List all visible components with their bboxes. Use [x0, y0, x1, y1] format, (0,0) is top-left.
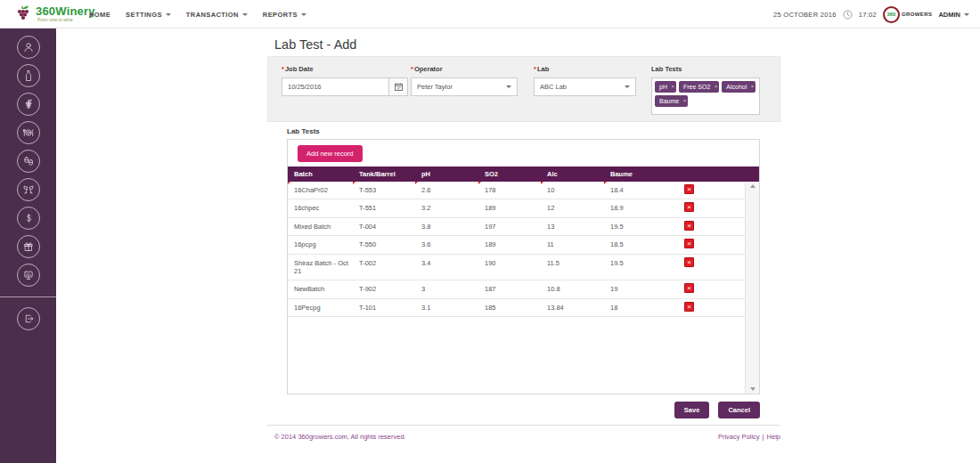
grid-cell-ph[interactable]: 3.8	[415, 218, 478, 235]
delete-row-button[interactable]: ×	[684, 302, 694, 312]
grid-cell-ph[interactable]: 3.4	[415, 255, 478, 280]
column-header-tank-barrel[interactable]: Tank/Barrel	[353, 170, 415, 178]
sidebar-item-barrels[interactable]	[17, 150, 40, 173]
delete-row-button[interactable]: ×	[684, 257, 694, 267]
delete-row-button[interactable]: ×	[684, 239, 694, 248]
brand-logo[interactable]: 360Winery From vine to wine	[12, 4, 95, 23]
sidebar-item-logout[interactable]	[17, 307, 40, 330]
grid-cell-so2[interactable]: 189	[478, 236, 541, 253]
field-job-date: *Job Date	[282, 65, 408, 96]
grid-cell-baume[interactable]: 19.5	[604, 218, 662, 235]
sidebar-item-wine-bottle[interactable]	[17, 64, 40, 87]
grid-cell-batch[interactable]: Shiraz Batch - Oct 21	[288, 255, 353, 280]
grid-cell-so2[interactable]: 187	[478, 280, 541, 297]
sidebar-item-wine-glasses[interactable]	[17, 178, 40, 201]
remove-tag-icon[interactable]: ×	[683, 98, 687, 103]
current-date: 25 OCTOBER 2016	[773, 11, 837, 19]
grid-cell-alc[interactable]: 13.84	[541, 299, 604, 316]
delete-row-button[interactable]: ×	[684, 283, 694, 293]
grid-cell-alc[interactable]: 10.8	[541, 280, 604, 297]
grid-cell-tank[interactable]: T-550	[353, 236, 415, 253]
sidebar-item-gift[interactable]	[17, 235, 40, 258]
grid-cell-baume[interactable]: 19.5	[604, 255, 662, 280]
grid-cell-alc[interactable]: 11.5	[541, 255, 604, 280]
grid-cell-batch[interactable]: 16Pecpg	[288, 299, 353, 316]
field-operator: *Operator Peter Taylor	[411, 65, 518, 96]
delete-row-button[interactable]: ×	[684, 202, 694, 212]
nav-item-transaction[interactable]: TRANSACTION	[186, 11, 248, 19]
nav-item-settings[interactable]: SETTINGS	[126, 11, 171, 19]
grid-cell-so2[interactable]: 178	[478, 182, 541, 199]
remove-tag-icon[interactable]: ×	[751, 84, 755, 89]
nav-item-home[interactable]: HOME	[89, 11, 110, 19]
remove-tag-icon[interactable]: ×	[671, 84, 674, 89]
grid-cell-baume[interactable]: 18.9	[604, 199, 662, 216]
privacy-policy-link[interactable]: Privacy Policy	[718, 433, 760, 441]
calendar-button[interactable]	[388, 77, 408, 96]
top-header: 360Winery From vine to wine HOME SETTING…	[0, 0, 980, 28]
grid-cell-batch[interactable]: NewBatch	[288, 280, 353, 297]
grid-cell-so2[interactable]: 185	[478, 299, 541, 316]
grid-cell-tank[interactable]: T-004	[353, 218, 415, 235]
grid-cell-ph[interactable]: 3.6	[415, 236, 478, 253]
sidebar-item-dining[interactable]	[17, 121, 40, 144]
tag-free-so2[interactable]: Free SO2 ×	[679, 81, 719, 93]
wine-glasses-icon	[20, 182, 37, 198]
column-header-batch[interactable]: Batch	[288, 170, 353, 178]
grid-cell-alc[interactable]: 13	[541, 218, 604, 235]
column-header-alc[interactable]: Alc	[541, 170, 604, 178]
operator-select[interactable]: Peter Taylor	[411, 77, 518, 96]
grid-cell-ph[interactable]: 3.1	[415, 299, 478, 316]
sidebar-item-user[interactable]	[17, 36, 40, 59]
grid-cell-tank[interactable]: T-002	[353, 255, 415, 280]
delete-row-button[interactable]: ×	[684, 184, 694, 194]
delete-row-button[interactable]: ×	[684, 221, 694, 231]
grid-cell-batch[interactable]: Mixed Batch	[288, 218, 353, 235]
help-link[interactable]: Help	[767, 433, 780, 441]
grid-cell-alc[interactable]: 12	[541, 199, 604, 216]
grid-cell-baume[interactable]: 18.4	[604, 182, 662, 199]
grid-cell-baume[interactable]: 19	[604, 280, 662, 297]
tag-label: Alcohol	[726, 84, 747, 90]
grid-cell-tank[interactable]: T-902	[353, 280, 415, 297]
grid-cell-baume[interactable]: 18.5	[604, 236, 662, 253]
sidebar-item-grapes[interactable]	[17, 93, 40, 116]
tag-baume[interactable]: Baume ×	[655, 95, 688, 107]
nav-item-reports[interactable]: REPORTS	[263, 11, 306, 19]
column-header-ph[interactable]: pH	[415, 170, 478, 178]
tag-alcohol[interactable]: Alcohol ×	[722, 81, 755, 93]
grid-cell-batch[interactable]: 16chpec	[288, 199, 353, 216]
grid-cell-alc[interactable]: 11	[541, 236, 604, 253]
grid-cell-baume[interactable]: 18	[604, 299, 662, 316]
scroll-down-icon[interactable]	[750, 387, 755, 391]
lab-tests-multiselect[interactable]: pH × Free SO2 × Alcohol × Baume ×	[651, 77, 760, 115]
grid-cell-so2[interactable]: 189	[478, 199, 541, 216]
grid-cell-alc[interactable]: 10	[541, 182, 604, 199]
grid-cell-tank[interactable]: T-101	[353, 299, 415, 316]
lab-value: ABC Lab	[540, 83, 567, 91]
sidebar-item-reports[interactable]	[17, 264, 40, 287]
vertical-scrollbar[interactable]	[745, 182, 759, 394]
user-menu[interactable]: ADMIN	[938, 11, 969, 19]
save-button[interactable]: Save	[674, 402, 710, 418]
grid-cell-ph[interactable]: 2.6	[415, 182, 478, 199]
grid-cell-tank[interactable]: T-551	[353, 199, 415, 216]
grid-cell-batch[interactable]: 16pcpg	[288, 236, 353, 253]
grid-cell-ph[interactable]: 3.2	[415, 199, 478, 216]
column-header-so2[interactable]: SO2	[478, 170, 541, 178]
grid-cell-tank[interactable]: T-553	[353, 182, 415, 199]
scroll-up-icon[interactable]	[750, 184, 755, 188]
sidebar-item-finance[interactable]	[17, 207, 40, 230]
grid-cell-batch[interactable]: 16ChaPr02	[288, 182, 353, 199]
add-new-record-button[interactable]: Add new record	[298, 145, 363, 162]
grid-cell-so2[interactable]: 197	[478, 218, 541, 235]
grid-cell-ph[interactable]: 3	[415, 280, 478, 297]
job-date-input[interactable]	[282, 77, 388, 96]
remove-tag-icon[interactable]: ×	[715, 84, 718, 89]
grid-cell-so2[interactable]: 190	[478, 255, 541, 280]
tag-ph[interactable]: pH ×	[655, 81, 676, 93]
chevron-down-icon	[242, 13, 248, 16]
cancel-button[interactable]: Cancel	[718, 402, 760, 418]
column-header-baume[interactable]: Baume	[604, 170, 662, 178]
lab-select[interactable]: ABC Lab	[534, 77, 636, 96]
